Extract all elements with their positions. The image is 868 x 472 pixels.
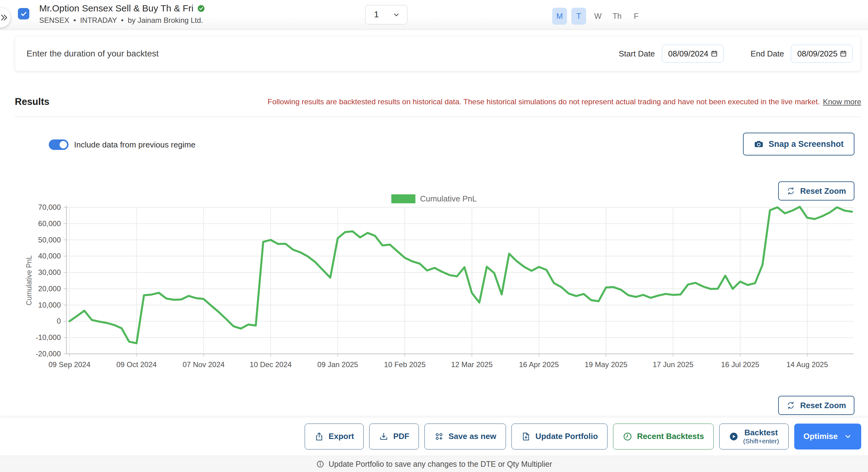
svg-text:0: 0 [57,317,61,325]
reset-zoom-button-top[interactable]: Reset Zoom [778,181,855,201]
dte-select-value: 1 [374,10,379,20]
recent-backtests-button-label: Recent Backtests [637,432,704,441]
expand-sidebar-button[interactable] [0,8,10,28]
backtest-page: Mr.Option Sensex Sell & Buy Th & Fri SEN… [0,0,868,472]
results-row: Results Following results are backtested… [15,93,861,111]
download-icon [379,432,389,441]
pdf-button-label: PDF [393,432,409,441]
file-plus-icon [521,432,531,441]
optimise-button-label: Optimise [804,432,838,441]
svg-text:14 Aug 2025: 14 Aug 2025 [786,360,828,369]
reset-zoom-label: Reset Zoom [800,186,846,196]
svg-text:16 Apr 2025: 16 Apr 2025 [519,360,559,369]
previous-regime-toggle[interactable] [49,139,68,150]
grid-plus-icon [434,432,444,441]
weekday-pill-th[interactable]: Th [610,8,624,25]
chevrons-right-icon [0,13,9,22]
chevron-down-icon [844,433,852,441]
svg-text:70,000: 70,000 [38,203,61,211]
end-date-label: End Date [751,49,784,59]
save-as-new-button-label: Save as new [448,432,496,441]
pdf-button[interactable]: PDF [369,424,419,449]
svg-text:16 Jul 2025: 16 Jul 2025 [721,360,760,369]
clock-icon [623,432,632,441]
reset-icon [786,187,795,195]
svg-text:60,000: 60,000 [38,220,61,228]
y-axis-title: Cumulative PnL [25,234,33,327]
svg-text:-10,000: -10,000 [36,333,61,341]
update-portfolio-button-label: Update Portfolio [535,432,598,441]
start-date-value: 08/09/2024 [668,49,708,59]
weekday-pill-t[interactable]: T [571,8,586,25]
reset-icon [786,401,795,410]
reset-zoom-button-bottom[interactable]: Reset Zoom [778,396,855,415]
info-icon [316,460,324,468]
svg-text:09 Jan 2025: 09 Jan 2025 [317,360,358,369]
dte-select[interactable]: 1 [365,5,407,24]
snap-screenshot-button[interactable]: Snap a Screenshot [743,133,855,156]
start-date-label: Start Date [619,49,655,59]
svg-text:10 Dec 2024: 10 Dec 2024 [250,360,292,369]
know-more-link[interactable]: Know more [823,98,861,106]
update-portfolio-button[interactable]: Update Portfolio [512,424,608,449]
weekday-pill-m[interactable]: M [552,8,567,25]
svg-text:10,000: 10,000 [38,301,61,309]
strategy-checkbox[interactable] [18,8,29,20]
svg-text:20,000: 20,000 [38,284,61,293]
svg-text:09 Oct 2024: 09 Oct 2024 [116,360,157,369]
strategy-header: Mr.Option Sensex Sell & Buy Th & Fri SEN… [0,0,868,30]
verified-badge-icon [197,4,205,13]
svg-text:50,000: 50,000 [38,236,61,244]
end-date-input[interactable]: 08/09/2025 [791,45,852,63]
recent-backtests-button[interactable]: Recent Backtests [613,424,714,449]
date-controls: Start Date 08/09/2024 End Date 08/09/202… [619,45,852,63]
optimise-button[interactable]: Optimise [794,424,861,449]
svg-text:12 Mar 2025: 12 Mar 2025 [451,360,493,369]
play-circle-icon [729,432,739,441]
legend-label: Cumulative PnL [420,194,477,204]
svg-text:09 Sep 2024: 09 Sep 2024 [49,360,90,369]
chart-legend[interactable]: Cumulative PnL [392,194,477,204]
save-as-new-button[interactable]: Save as new [425,424,506,449]
previous-regime-label: Include data from previous regime [74,140,195,149]
export-icon [314,432,324,441]
export-button[interactable]: Export [305,424,364,449]
svg-text:07 Nov 2024: 07 Nov 2024 [183,360,225,369]
export-button-label: Export [329,432,354,441]
backtest-disclaimer: Following results are backtested results… [268,98,820,106]
weekday-pill-f[interactable]: F [629,8,644,25]
start-date-input[interactable]: 08/09/2024 [662,45,723,63]
backtest-button[interactable]: Backtest(Shift+enter) [719,424,789,449]
footer-note: Update Portfolio to save any changes to … [329,460,552,469]
calendar-icon[interactable] [710,50,718,58]
svg-text:30,000: 30,000 [38,268,61,276]
duration-prompt: Enter the duration of your backtest [27,49,159,59]
toolbar: ExportPDFSave as newUpdate PortfolioRece… [0,417,868,456]
check-icon [20,10,28,18]
svg-text:19 May 2025: 19 May 2025 [585,360,627,369]
backtest-button-label: Backtest(Shift+enter) [743,428,779,445]
svg-text:10 Feb 2025: 10 Feb 2025 [384,360,426,369]
results-divider [15,116,861,117]
svg-text:17 Jun 2025: 17 Jun 2025 [653,360,693,369]
pnl-chart-svg[interactable]: 70,00060,00050,00040,00030,00020,00010,0… [34,203,858,376]
snap-screenshot-label: Snap a Screenshot [769,139,844,149]
reset-zoom-label: Reset Zoom [800,401,846,410]
weekday-pill-w[interactable]: W [590,8,605,25]
results-heading: Results [15,96,50,107]
svg-text:-20,000: -20,000 [36,349,61,358]
strategy-subtitle: SENSEX • INTRADAY • by Jainam Broking Lt… [39,16,205,25]
strategy-title-block: Mr.Option Sensex Sell & Buy Th & Fri SEN… [39,3,205,25]
page-title: Mr.Option Sensex Sell & Buy Th & Fri [39,3,193,14]
end-date-value: 08/09/2025 [797,49,837,59]
camera-icon [754,139,764,149]
toolbar-buttons: ExportPDFSave as newUpdate PortfolioRece… [305,424,861,449]
footer-note-bar: Update Portfolio to save any changes to … [0,456,868,472]
chevron-down-icon [392,11,400,19]
calendar-icon[interactable] [839,50,847,58]
duration-card: Enter the duration of your backtest Star… [15,36,861,71]
svg-text:40,000: 40,000 [38,252,61,260]
legend-swatch [392,194,415,203]
weekday-group: MTWThF [552,8,644,25]
